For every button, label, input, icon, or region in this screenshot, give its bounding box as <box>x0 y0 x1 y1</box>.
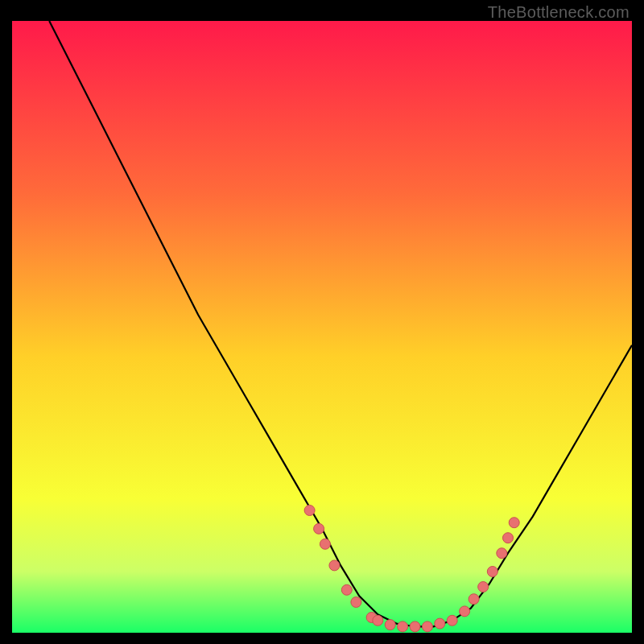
watermark-text: TheBottleneck.com <box>488 3 630 22</box>
curve-marker <box>385 620 395 630</box>
curve-marker <box>410 621 420 632</box>
curve-marker <box>314 523 324 534</box>
curve-marker <box>304 506 315 516</box>
curve-marker <box>398 621 408 632</box>
curve-marker <box>497 548 507 559</box>
curve-marker <box>435 618 445 629</box>
curve-marker <box>422 621 432 632</box>
curve-marker <box>329 560 340 571</box>
curve-marker <box>469 594 479 605</box>
plot-area <box>12 21 632 633</box>
curve-marker <box>503 533 514 543</box>
curve-marker <box>460 606 470 617</box>
curve-marker <box>487 567 497 577</box>
curve-marker <box>478 582 489 592</box>
curve-marker <box>351 597 361 608</box>
curve-marker <box>373 615 383 625</box>
curve-marker <box>509 518 519 528</box>
chart-stage: TheBottleneck.com <box>0 0 644 644</box>
curve-marker <box>320 539 330 549</box>
plot-svg <box>12 21 632 633</box>
curve-marker <box>341 584 352 595</box>
curve-marker <box>447 615 457 625</box>
